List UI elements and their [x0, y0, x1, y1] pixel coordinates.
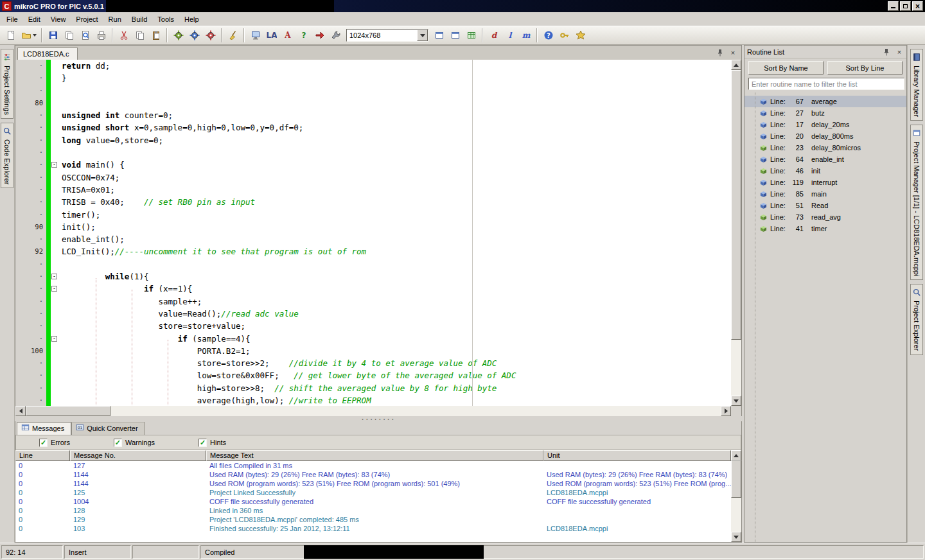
- assembly-view-icon[interactable]: LA: [263, 28, 279, 43]
- pin-icon[interactable]: [882, 48, 891, 57]
- code-line[interactable]: · low=store&0x00FF; // get lower byte of…: [15, 369, 731, 381]
- tab-project-manager-1-1-lcd818eda-mcppi[interactable]: Project Manager [1/1] - LCD818EDA.mcppi: [910, 125, 923, 280]
- pin-icon[interactable]: [716, 48, 725, 57]
- code-line[interactable]: ·unsigned short x=0,sample=0,high=0,low=…: [15, 121, 731, 134]
- options-icon[interactable]: [328, 28, 344, 43]
- cut-icon[interactable]: [116, 28, 132, 43]
- active-comment-icon[interactable]: A: [279, 28, 295, 43]
- window-cascade-icon[interactable]: [431, 28, 447, 43]
- message-row[interactable]: 0127All files Compiled in 31 ms: [15, 461, 731, 470]
- copy-icon[interactable]: [132, 28, 148, 43]
- code-line[interactable]: · value=Read();//read adc value: [15, 308, 731, 320]
- code-line[interactable]: ·- if (x==1){: [15, 283, 731, 295]
- debug-windows-icon[interactable]: [247, 28, 263, 43]
- code-line[interactable]: 90init();: [15, 221, 731, 233]
- menu-file[interactable]: File: [1, 13, 23, 25]
- code-line[interactable]: · store=store>>2; //divide it by 4 to et…: [15, 357, 731, 369]
- message-row[interactable]: 01144Used ROM (program words): 523 (51%)…: [15, 479, 731, 488]
- jump-to-icon[interactable]: [312, 28, 328, 43]
- sort-by-line-button[interactable]: Sort By Line: [827, 61, 903, 74]
- fold-marker-icon[interactable]: -: [51, 162, 57, 168]
- routine-item[interactable]: Line:73read_avg: [744, 211, 906, 223]
- code-line[interactable]: ·-void main() {: [15, 159, 731, 171]
- code-line[interactable]: 80: [15, 97, 731, 109]
- checkbox-checked-icon[interactable]: ✓: [198, 439, 207, 447]
- export-table-icon[interactable]: [463, 28, 479, 43]
- code-line[interactable]: 100 PORTA.B2=1;: [15, 345, 731, 357]
- letter-l-icon[interactable]: l: [502, 28, 518, 43]
- scroll-down-button[interactable]: [731, 532, 741, 542]
- license-key-icon[interactable]: [556, 28, 572, 43]
- scroll-down-button[interactable]: [731, 396, 741, 406]
- code-line[interactable]: ·long value=0,store=0;: [15, 134, 731, 146]
- routine-item[interactable]: Line:51Read: [744, 200, 906, 211]
- filter-warnings[interactable]: ✓Warnings: [114, 439, 155, 447]
- code-line[interactable]: ·: [15, 85, 731, 97]
- tab-messages[interactable]: Messages: [17, 422, 71, 435]
- filter-errors[interactable]: ✓Errors: [39, 439, 70, 447]
- column-header-line[interactable]: Line: [15, 450, 70, 461]
- close-button[interactable]: ×: [912, 1, 923, 11]
- paste-icon[interactable]: [148, 28, 164, 43]
- message-row[interactable]: 01004COFF file successfully generatedCOF…: [15, 497, 731, 506]
- quick-help-icon[interactable]: ?: [295, 28, 312, 43]
- scroll-left-button[interactable]: [15, 406, 26, 416]
- save-file-icon[interactable]: [45, 28, 61, 43]
- menu-run[interactable]: Run: [103, 13, 127, 25]
- routine-item[interactable]: Line:41timer: [744, 223, 906, 234]
- code-editor[interactable]: ·return dd;·}·80·unsigned int counter=0;…: [15, 60, 731, 406]
- save-all-icon[interactable]: [61, 28, 77, 43]
- routine-item[interactable]: Line:85main: [744, 188, 906, 200]
- scroll-thumb[interactable]: [731, 70, 741, 340]
- build-and-program-icon[interactable]: [202, 28, 218, 43]
- letter-m-icon[interactable]: m: [518, 28, 534, 43]
- close-editor-icon[interactable]: ×: [728, 48, 737, 57]
- code-line[interactable]: ·: [15, 146, 731, 159]
- letter-d-icon[interactable]: d: [486, 28, 502, 43]
- routine-filter-input[interactable]: [748, 78, 904, 90]
- code-line[interactable]: ·unsigned int counter=0;: [15, 109, 731, 121]
- message-row[interactable]: 0128Linked in 360 ms: [15, 506, 731, 515]
- restore-button[interactable]: [900, 1, 911, 11]
- code-line[interactable]: 92LCD_Init();//----uncomment it to see t…: [15, 245, 731, 258]
- routine-item[interactable]: Line:27butz: [744, 107, 906, 119]
- code-line[interactable]: ·timer();: [15, 209, 731, 221]
- tab-project-settings[interactable]: Project Settings: [1, 49, 13, 119]
- print-icon[interactable]: [93, 28, 109, 43]
- fold-marker-icon[interactable]: -: [51, 336, 57, 342]
- column-header-message-text[interactable]: Message Text: [206, 450, 543, 461]
- code-line[interactable]: ·- while(1){: [15, 270, 731, 283]
- code-line[interactable]: · store=store+value;: [15, 320, 731, 332]
- message-row[interactable]: 0103Finished successfully: 25 Jan 2012, …: [15, 524, 731, 533]
- column-header-message-no-[interactable]: Message No.: [70, 450, 206, 461]
- rebuild-all-icon[interactable]: [186, 28, 202, 43]
- routine-item[interactable]: Line:23delay_80micros: [744, 142, 906, 153]
- tab-quick-converter[interactable]: 01Quick Converter: [71, 422, 145, 435]
- tips-icon[interactable]: [572, 28, 588, 43]
- minimize-button[interactable]: [888, 1, 899, 11]
- scroll-thumb[interactable]: [26, 406, 110, 416]
- code-line[interactable]: · high=store>>8; // shift the averaged v…: [15, 382, 731, 394]
- menu-project[interactable]: Project: [71, 13, 103, 25]
- scroll-thumb[interactable]: [731, 460, 741, 498]
- code-line[interactable]: ·return dd;: [15, 60, 731, 72]
- new-file-icon[interactable]: [3, 28, 19, 43]
- open-file-icon[interactable]: [19, 28, 39, 43]
- menu-help[interactable]: Help: [179, 13, 204, 25]
- code-line[interactable]: ·TRISA=0x01;: [15, 184, 731, 196]
- code-line[interactable]: · sample++;: [15, 295, 731, 308]
- fold-marker-icon[interactable]: -: [51, 286, 57, 292]
- routine-item[interactable]: Line:20delay_800ms: [744, 130, 906, 142]
- horizontal-splitter[interactable]: ········: [15, 416, 742, 421]
- menu-view[interactable]: View: [46, 13, 71, 25]
- code-line[interactable]: ·TRISB = 0x40; // set RB0 pin as input: [15, 196, 731, 208]
- column-header-unit[interactable]: Unit: [543, 450, 731, 461]
- checkbox-checked-icon[interactable]: ✓: [39, 439, 48, 447]
- message-row[interactable]: 01144Used RAM (bytes): 29 (26%) Free RAM…: [15, 470, 731, 479]
- code-line[interactable]: ·- if (sample==4){: [15, 333, 731, 345]
- message-row[interactable]: 0125Project Linked SuccessfullyLCD818EDA…: [15, 488, 731, 497]
- routine-item[interactable]: Line:46init: [744, 165, 906, 177]
- menu-edit[interactable]: Edit: [23, 13, 46, 25]
- menu-build[interactable]: Build: [127, 13, 152, 25]
- build-icon[interactable]: [170, 28, 186, 43]
